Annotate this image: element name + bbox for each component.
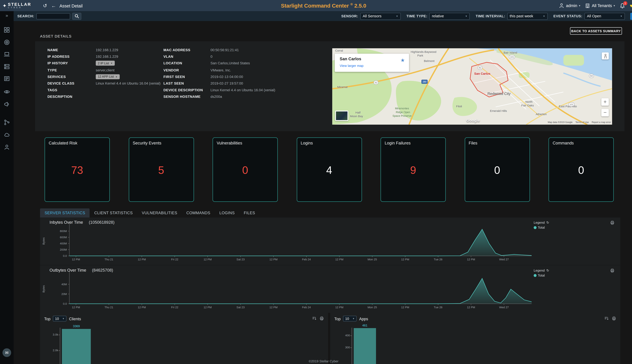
sidebar-item-visibility[interactable] [4, 89, 10, 95]
field-value: 2019-02-27 19:57:00 [210, 81, 243, 86]
google-logo: Google [466, 118, 480, 122]
tab[interactable]: LOGINS [215, 208, 239, 218]
svg-text:12 PM: 12 PM [335, 306, 344, 309]
tab[interactable]: SERVER STATISTICS [40, 208, 90, 218]
brand-text: STELLAR CYBER [8, 2, 31, 9]
search-input[interactable] [36, 13, 70, 19]
sidebar-expand-button[interactable]: » [0, 13, 14, 18]
print-icon[interactable] [610, 220, 614, 225]
report-map-error-link[interactable]: Report a map error [592, 121, 611, 124]
filter-select[interactable]: All Sensors ▼ [360, 13, 401, 20]
chevron-down-icon: ▼ [543, 15, 545, 18]
sidebar-item-detections[interactable] [4, 39, 10, 45]
back-icon[interactable]: ← [51, 3, 56, 8]
field-label: DEVICE DESCRIPTION [164, 88, 210, 92]
map-place-label: Corral [335, 49, 343, 52]
panel-actions [604, 316, 616, 321]
bar-chart: 3.0k2.0k3369 [40, 313, 328, 364]
field-list-button[interactable]: 2 IP List ▼ [96, 61, 115, 66]
print-icon[interactable] [320, 316, 324, 321]
stat-card-title: Files [469, 141, 478, 145]
sidebar-item-integrations[interactable] [4, 119, 10, 126]
messages-button[interactable]: ✉ [2, 348, 11, 357]
view-larger-map-link[interactable]: View larger map [340, 64, 364, 68]
svg-text:Tue 26: Tue 26 [434, 306, 442, 309]
sidebar-item-reports[interactable] [4, 76, 10, 82]
asset-field-row: DEVICE DESCRIPTION Linux Kernel 4.4 on U… [164, 87, 330, 94]
notifications-button[interactable]: 1 [620, 3, 625, 8]
printer-icon [612, 316, 616, 321]
tab[interactable]: COMMANDS [182, 208, 215, 218]
save-star-icon[interactable]: ★ [400, 58, 405, 63]
tab[interactable]: FILES [239, 208, 260, 218]
sidebar-item-cloud[interactable] [4, 132, 10, 138]
field-label: TYPE [48, 68, 96, 72]
tab[interactable]: VULNERABILITIES [137, 208, 182, 218]
legend-item[interactable]: Total [534, 226, 549, 230]
top-count-select[interactable]: 10▼ [343, 316, 357, 322]
grid-icon [4, 27, 10, 33]
sidebar-item-users[interactable] [4, 144, 10, 150]
brand-line1: STELLAR [8, 2, 31, 7]
map-place-label: Moon Bay [350, 115, 363, 118]
bar [354, 328, 376, 364]
legend-series-name: Total [538, 226, 545, 230]
back-to-assets-button[interactable]: BACK TO ASSETS SUMMARY [570, 27, 622, 35]
google-map[interactable]: CorralHighlands-BaywoodParkBelmontBair I… [332, 48, 612, 124]
map-place-label: Ridge Open [396, 110, 410, 114]
legend-refresh-icon[interactable]: ↻ [546, 221, 549, 224]
sidebar-item-endpoints[interactable] [4, 51, 10, 58]
legend-header: Legend↻ [534, 269, 549, 272]
top-count-value: 10 [55, 316, 59, 321]
svg-text:Fri 22: Fri 22 [171, 306, 178, 309]
tab[interactable]: CLIENT STATISTICS [90, 208, 137, 218]
svg-text:12 PM: 12 PM [270, 258, 278, 261]
print-icon[interactable] [612, 316, 616, 321]
eye-icon [4, 89, 10, 95]
filter-select[interactable]: relative ▼ [430, 13, 470, 20]
asset-field-row: MAC ADDRESS 00:50:56:91:21:41 00:50:56:9… [164, 47, 330, 53]
svg-text:40M: 40M [62, 283, 67, 286]
stellar-cyber-logo[interactable]: ✦ STELLAR CYBER [0, 2, 39, 9]
search-icon [74, 14, 79, 18]
street-view-control[interactable] [602, 52, 609, 60]
legend-item[interactable]: Total [534, 274, 549, 277]
sidebar-item-servers[interactable] [4, 64, 10, 70]
stat-card: Vulnerabilities 0 [212, 138, 278, 202]
field-label: LAST SEEN [164, 81, 210, 86]
refresh-icon[interactable]: ↺ [43, 3, 47, 8]
sidebar-item-alerts[interactable] [4, 101, 10, 107]
field-value: 2019-02-13 04:00:00 [210, 75, 243, 79]
top-count-value: 10 [345, 316, 349, 321]
sidebar-item-dashboards[interactable] [4, 27, 10, 33]
zoom-out-button[interactable]: − [602, 109, 609, 116]
megaphone-icon [4, 101, 10, 107]
tenant-menu[interactable]: All Tenants ▾ [585, 3, 615, 8]
legend-title: Legend [534, 221, 545, 224]
field-list-button[interactable]: 12 APP List ▼ [96, 74, 120, 79]
filter-select[interactable]: All Open ▼ [584, 13, 625, 20]
panel-title: Clients [69, 316, 81, 321]
map-road-shield: 280 [422, 80, 428, 84]
print-icon[interactable] [610, 268, 614, 273]
user-menu[interactable]: admin ▾ [559, 3, 580, 8]
field-value: Linux Kernel 4.4 on Ubuntu 16.04 (xenial… [210, 88, 275, 92]
search-button[interactable] [72, 13, 81, 20]
stat-card-title: Calculated Risk [49, 141, 77, 145]
sort-icon[interactable] [312, 316, 317, 321]
legend-refresh-icon[interactable]: ↻ [546, 269, 549, 272]
heart-icon[interactable]: ♥ [630, 3, 632, 8]
legend-dot [534, 274, 536, 277]
filter-select[interactable]: this past week ▼ [507, 13, 548, 20]
more-filters-button[interactable]: ... [630, 13, 632, 20]
sort-descending-icon [312, 316, 317, 321]
terms-of-use-link[interactable]: Terms of Use [575, 121, 589, 124]
top-count-select[interactable]: 10▼ [53, 316, 66, 322]
zoom-in-button[interactable]: + [602, 98, 609, 106]
satellite-toggle[interactable] [335, 110, 348, 121]
sort-icon[interactable] [604, 316, 609, 321]
envelope-icon: ✉ [5, 350, 8, 355]
svg-text:12 PM: 12 PM [72, 258, 80, 261]
pegman-icon [603, 54, 608, 58]
stat-card-title: Vulnerabilities [217, 141, 242, 145]
